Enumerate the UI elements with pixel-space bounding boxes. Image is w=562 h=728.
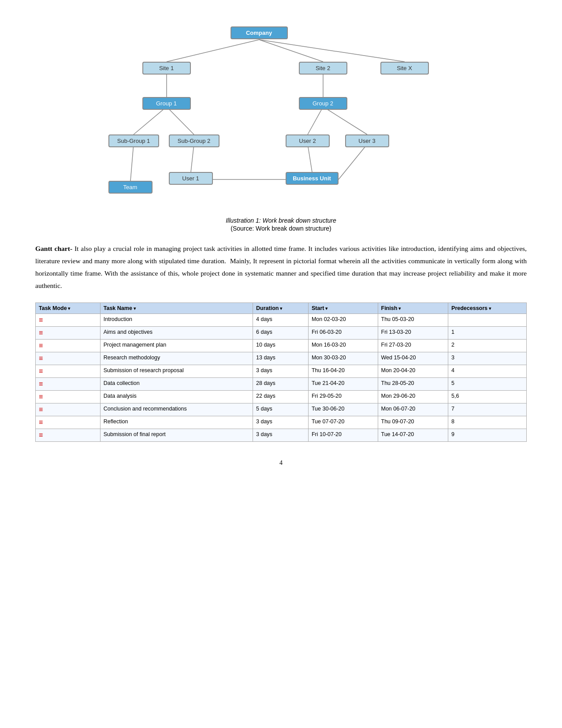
task-mode-icon: ≡ [39,329,43,337]
svg-line-13 [130,144,134,181]
start-cell: Thu 16-04-20 [308,365,378,377]
table-row: ≡Submission of final report3 daysFri 10-… [36,429,527,441]
svg-line-2 [259,40,405,62]
task-mode-icon: ≡ [39,418,43,426]
col-task-mode[interactable]: Task Mode [36,302,100,314]
task-name-cell: Conclusion and recommendations [100,403,253,416]
busunit-label: Business Unit [293,175,331,182]
task-name-cell: Reflection [100,416,253,429]
task-mode-cell: ≡ [36,429,100,441]
task-mode-icon: ≡ [39,355,43,362]
task-mode-cell: ≡ [36,377,100,390]
col-duration[interactable]: Duration [253,302,309,314]
site1-label: Site 1 [159,65,174,71]
col-finish[interactable]: Finish [378,302,448,314]
node-group2: Group 2 [299,97,347,110]
table-row: ≡Conclusion and recommendations5 daysTue… [36,403,527,416]
table-row: ≡Submission of research proposal3 daysTh… [36,365,527,377]
svg-line-5 [134,107,167,134]
node-user1: User 1 [169,172,213,185]
predecessors-cell [448,314,527,326]
node-user2: User 2 [286,134,330,147]
task-mode-cell: ≡ [36,326,100,339]
finish-cell: Mon 20-04-20 [378,365,448,377]
task-mode-icon: ≡ [39,406,43,414]
duration-cell: 6 days [253,326,309,339]
task-name-cell: Aims and objectives [100,326,253,339]
col-start[interactable]: Start [308,302,378,314]
node-subgroup1: Sub-Group 1 [108,134,159,147]
task-mode-cell: ≡ [36,403,100,416]
gantt-header-row: Task Mode Task Name Duration Start Finis… [36,302,527,314]
table-row: ≡Research methodology13 daysMon 30-03-20… [36,352,527,365]
task-name-cell: Research methodology [100,352,253,365]
predecessors-cell: 1 [448,326,527,339]
duration-cell: 4 days [253,314,309,326]
task-mode-cell: ≡ [36,352,100,365]
duration-cell: 3 days [253,416,309,429]
start-cell: Tue 21-04-20 [308,377,378,390]
task-mode-icon: ≡ [39,431,43,439]
finish-cell: Mon 06-07-20 [378,403,448,416]
table-row: ≡Data collection28 daysTue 21-04-20Thu 2… [36,377,527,390]
predecessors-cell: 3 [448,352,527,365]
svg-line-7 [308,107,323,134]
table-row: ≡Aims and objectives6 daysFri 06-03-20Fr… [36,326,527,339]
svg-line-8 [323,107,367,134]
subgroup1-label: Sub-Group 1 [117,138,150,144]
start-cell: Tue 30-06-20 [308,403,378,416]
body-text: Gantt chart- It also play a crucial role… [35,243,527,292]
node-busunit: Business Unit [286,172,339,185]
company-label: Company [246,30,272,36]
task-mode-cell: ≡ [36,416,100,429]
task-mode-cell: ≡ [36,314,100,326]
task-mode-icon: ≡ [39,367,43,375]
user1-label: User 1 [182,175,199,182]
table-row: ≡Project management plan10 daysMon 16-03… [36,339,527,352]
task-name-cell: Introduction [100,314,253,326]
caption-italic: Illustration 1: Work break down structur… [35,217,527,224]
task-name-cell: Data collection [100,377,253,390]
predecessors-cell: 9 [448,429,527,441]
finish-cell: Thu 09-07-20 [378,416,448,429]
start-cell: Mon 16-03-20 [308,339,378,352]
task-mode-cell: ≡ [36,390,100,403]
task-mode-icon: ≡ [39,342,43,350]
page-number: 4 [35,459,527,467]
predecessors-cell: 8 [448,416,527,429]
svg-line-6 [167,107,194,134]
user2-label: User 2 [299,138,316,144]
predecessors-cell: 2 [448,339,527,352]
node-company: Company [231,26,288,39]
task-name-cell: Project management plan [100,339,253,352]
col-predecessors[interactable]: Predecessors [448,302,527,314]
start-cell: Fri 29-05-20 [308,390,378,403]
duration-cell: 3 days [253,365,309,377]
task-name-cell: Data analysis [100,390,253,403]
duration-cell: 13 days [253,352,309,365]
group1-label: Group 1 [156,100,177,107]
svg-line-11 [308,144,312,172]
task-mode-icon: ≡ [39,393,43,401]
caption-source: (Source: Work break down structure) [35,225,527,232]
svg-line-12 [339,144,367,179]
task-mode-icon: ≡ [39,316,43,324]
sitex-label: Site X [397,65,412,71]
node-subgroup2: Sub-Group 2 [169,134,220,147]
col-task-name[interactable]: Task Name [100,302,253,314]
duration-cell: 3 days [253,429,309,441]
task-mode-icon: ≡ [39,380,43,388]
duration-cell: 28 days [253,377,309,390]
node-team: Team [108,181,153,194]
task-mode-cell: ≡ [36,365,100,377]
body-text-content: It also play a crucial role in managing … [35,245,527,289]
node-site2: Site 2 [299,62,347,75]
table-row: ≡Reflection3 daysTue 07-07-20Thu 09-07-2… [36,416,527,429]
node-site1: Site 1 [142,62,191,75]
user3-label: User 3 [358,138,375,144]
finish-cell: Thu 05-03-20 [378,314,448,326]
team-label: Team [123,184,138,190]
predecessors-cell: 4 [448,365,527,377]
duration-cell: 22 days [253,390,309,403]
start-cell: Mon 30-03-20 [308,352,378,365]
